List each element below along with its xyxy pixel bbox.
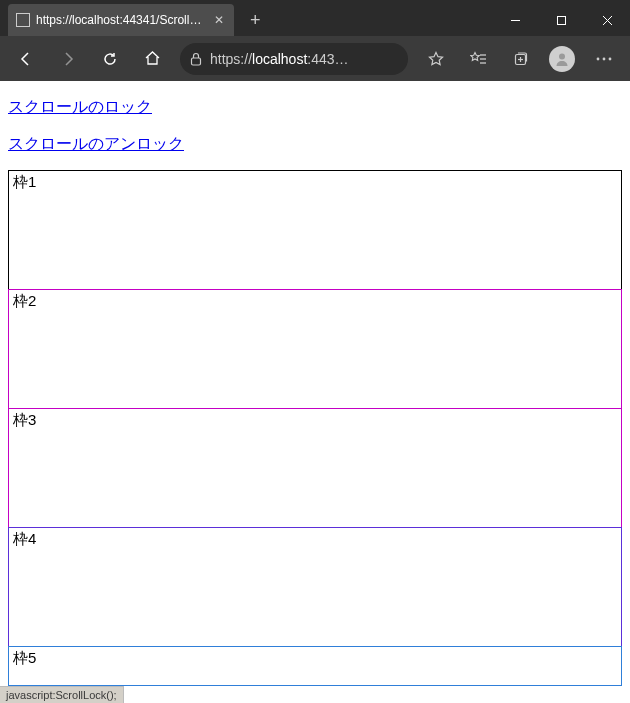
refresh-button[interactable] (90, 41, 130, 77)
url-suffix: :443… (307, 51, 348, 67)
status-bar: javascript:ScrollLock(); (0, 686, 124, 703)
browser-toolbar: https://localhost:443… (0, 36, 630, 81)
svg-point-11 (559, 53, 565, 59)
browser-chrome: https://localhost:44341/ScrollBlo ✕ + (0, 0, 630, 81)
scroll-unlock-link[interactable]: スクロールのアンロック (8, 134, 184, 155)
frame-box: 枠3 (8, 408, 622, 528)
frame-box: 枠5 (8, 646, 622, 686)
frame-box: 枠2 (8, 289, 622, 409)
svg-rect-1 (557, 16, 565, 24)
favorite-star-icon[interactable] (416, 41, 456, 77)
tab-close-icon[interactable]: ✕ (212, 13, 226, 27)
url-prefix: https:// (210, 51, 252, 67)
box-container: 枠1 枠2 枠3 枠4 枠5 (8, 170, 622, 686)
url-host: localhost (252, 51, 307, 67)
scroll-lock-link[interactable]: スクロールのロック (8, 97, 152, 118)
titlebar: https://localhost:44341/ScrollBlo ✕ + (0, 0, 630, 36)
profile-avatar[interactable] (542, 41, 582, 77)
frame-box: 枠1 (8, 170, 622, 290)
browser-tab[interactable]: https://localhost:44341/ScrollBlo ✕ (8, 4, 234, 36)
window-minimize-button[interactable] (492, 4, 538, 36)
window-maximize-button[interactable] (538, 4, 584, 36)
avatar-icon (549, 46, 575, 72)
window-controls (492, 4, 630, 36)
tab-title: https://localhost:44341/ScrollBlo (36, 13, 206, 27)
more-menu-button[interactable] (584, 41, 624, 77)
svg-rect-4 (192, 58, 201, 65)
window-close-button[interactable] (584, 4, 630, 36)
new-tab-button[interactable]: + (240, 10, 271, 31)
collections-icon[interactable] (500, 41, 540, 77)
forward-button[interactable] (48, 41, 88, 77)
frame-box: 枠4 (8, 527, 622, 647)
back-button[interactable] (6, 41, 46, 77)
page-content: スクロールのロック スクロールのアンロック 枠1 枠2 枠3 枠4 枠5 (0, 81, 630, 703)
address-url: https://localhost:443… (210, 51, 349, 67)
lock-icon (190, 52, 202, 66)
svg-point-14 (609, 57, 612, 60)
svg-point-13 (603, 57, 606, 60)
favorites-list-icon[interactable] (458, 41, 498, 77)
svg-point-12 (597, 57, 600, 60)
home-button[interactable] (132, 41, 172, 77)
page-icon (16, 13, 30, 27)
address-bar[interactable]: https://localhost:443… (180, 43, 408, 75)
